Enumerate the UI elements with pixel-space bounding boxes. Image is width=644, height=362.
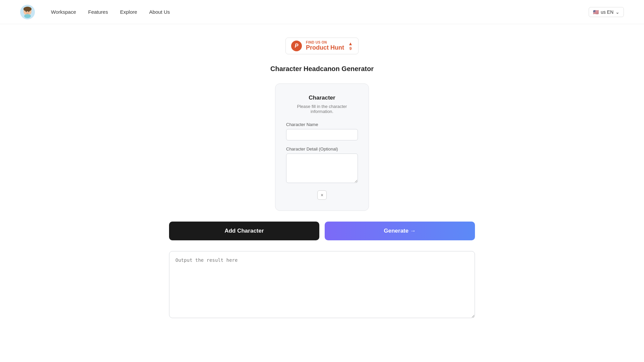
product-hunt-section: P FIND US ON Product Hunt ▲ 9 <box>0 38 644 54</box>
svg-point-2 <box>24 14 31 18</box>
output-textarea[interactable] <box>169 251 475 318</box>
card-title: Character <box>286 95 358 101</box>
action-buttons: Add Character Generate → <box>161 222 483 240</box>
card-subtitle: Please fill in the character information… <box>286 104 358 114</box>
add-character-button[interactable]: Add Character <box>169 222 319 240</box>
page-title: Character Headcanon Generator <box>169 65 475 73</box>
logo[interactable] <box>20 5 35 19</box>
product-hunt-upvote: ▲ 9 <box>348 41 353 51</box>
lang-label: us EN <box>601 9 613 15</box>
character-detail-group: Character Detail (Optional) <box>286 146 358 184</box>
character-detail-label: Character Detail (Optional) <box>286 146 358 152</box>
main-nav: Workspace Features Explore About Us <box>51 9 589 15</box>
character-name-input[interactable] <box>286 129 358 140</box>
nav-about-us[interactable]: About Us <box>149 9 170 15</box>
product-hunt-text: FIND US ON Product Hunt <box>306 41 344 51</box>
nav-workspace[interactable]: Workspace <box>51 9 76 15</box>
remove-icon: × <box>321 192 323 198</box>
find-us-label: FIND US ON <box>306 41 344 44</box>
product-hunt-logo: P <box>291 41 302 51</box>
character-name-group: Character Name <box>286 122 358 140</box>
header: Workspace Features Explore About Us 🇺🇸 u… <box>0 0 644 24</box>
product-hunt-badge[interactable]: P FIND US ON Product Hunt ▲ 9 <box>285 38 359 54</box>
generate-button[interactable]: Generate → <box>325 222 475 240</box>
svg-point-5 <box>26 11 27 12</box>
language-selector[interactable]: 🇺🇸 us EN ⌄ <box>589 7 624 17</box>
chevron-down-icon: ⌄ <box>615 9 620 15</box>
svg-point-6 <box>29 11 30 12</box>
product-hunt-name: Product Hunt <box>306 44 344 51</box>
character-card: Character Please fill in the character i… <box>275 83 369 211</box>
character-detail-input[interactable] <box>286 154 358 183</box>
svg-point-4 <box>26 7 29 9</box>
nav-explore[interactable]: Explore <box>120 9 137 15</box>
upvote-count: 9 <box>350 46 352 51</box>
main-content: Character Headcanon Generator Character … <box>161 65 483 211</box>
nav-features[interactable]: Features <box>88 9 108 15</box>
character-name-label: Character Name <box>286 122 358 127</box>
upvote-arrow-icon: ▲ <box>348 41 353 46</box>
remove-character-button[interactable]: × <box>317 190 327 200</box>
output-section <box>161 251 483 319</box>
lang-flag: 🇺🇸 <box>593 9 599 15</box>
